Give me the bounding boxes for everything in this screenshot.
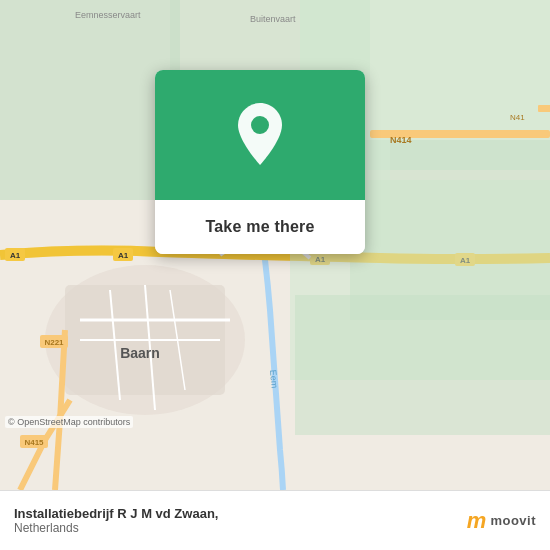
svg-text:Eemnesservaart: Eemnesservaart (75, 10, 141, 20)
moovit-text: moovit (490, 513, 536, 528)
map-container: N414 N41 Eem A1 A1 A1 A1 N221 (0, 0, 550, 490)
svg-rect-1 (0, 0, 180, 200)
svg-text:Baarn: Baarn (120, 345, 160, 361)
location-country: Netherlands (14, 521, 218, 535)
moovit-logo: m moovit (467, 508, 536, 534)
svg-point-35 (251, 116, 269, 134)
svg-text:N221: N221 (44, 338, 64, 347)
popup-card: Take me there (155, 70, 365, 254)
osm-attribution: © OpenStreetMap contributors (5, 416, 133, 428)
location-name: Installatiebedrijf R J M vd Zwaan, (14, 506, 218, 521)
svg-text:N415: N415 (24, 438, 44, 447)
svg-rect-9 (538, 105, 550, 112)
bottom-left-info: Installatiebedrijf R J M vd Zwaan, Nethe… (14, 506, 218, 535)
svg-rect-34 (295, 295, 550, 435)
moovit-m-letter: m (467, 508, 486, 534)
svg-text:Buitenvaart: Buitenvaart (250, 14, 296, 24)
take-me-there-button[interactable]: Take me there (155, 200, 365, 254)
svg-text:Eem: Eem (268, 369, 280, 388)
svg-text:N41: N41 (510, 113, 525, 122)
svg-text:N414: N414 (390, 135, 412, 145)
location-pin-icon (234, 103, 286, 168)
popup-green-area (155, 70, 365, 200)
bottom-bar: Installatiebedrijf R J M vd Zwaan, Nethe… (0, 490, 550, 550)
svg-text:A1: A1 (118, 251, 129, 260)
svg-text:A1: A1 (10, 251, 21, 260)
